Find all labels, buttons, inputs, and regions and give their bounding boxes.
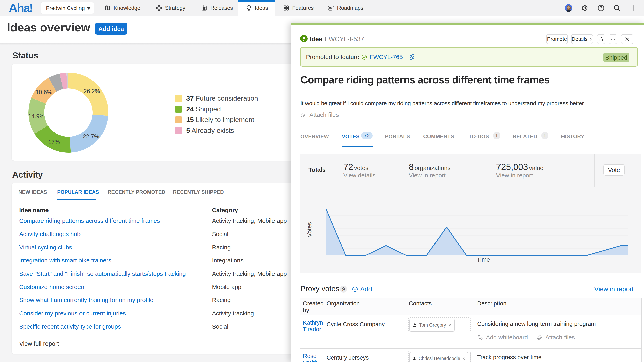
- svg-text:Time: Time: [477, 256, 490, 263]
